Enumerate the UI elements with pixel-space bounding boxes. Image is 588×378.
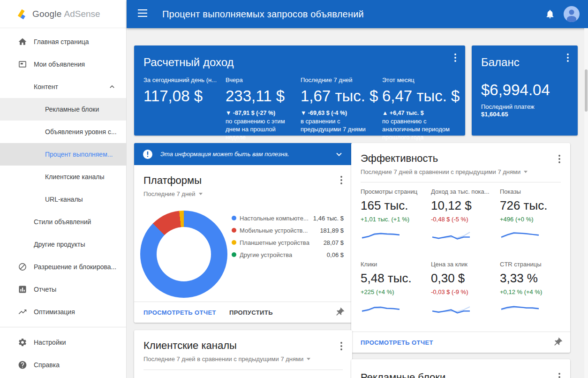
platforms-card-footer: ПРОСМОТРЕТЬ ОТЧЕТ ПРОПУСТИТЬ [134, 302, 352, 323]
metric-sparkline [431, 302, 500, 316]
custom-channels-period-dropdown[interactable]: Последние 7 дней в сравнении с предыдущи… [134, 355, 310, 363]
legend-dot [232, 240, 236, 245]
metric-delta: -0,48 $ (-5 %) [431, 216, 500, 223]
settings-gear-icon [18, 337, 28, 348]
sidebar-item-home-page[interactable]: Главная страница [0, 30, 126, 53]
last-payment-label: Последний платеж [472, 103, 578, 111]
metric-delta: +1,01 тыс. (+1 %) [361, 216, 431, 223]
legend-item: Другие устройства 0,06 $ [232, 249, 346, 261]
pin-icon[interactable] [334, 307, 345, 318]
sidebar: Google AdSense Главная страница Мои объя… [0, 0, 127, 378]
platforms-legend: Настольные компьюте... 1,46 тыс. $ Мобил… [232, 212, 346, 261]
income-col-yesterday: Вчера 233,11 $ ▼ -87,91 $ (-27 %) по сра… [226, 76, 301, 141]
scrollbar-thumb[interactable] [585, 69, 588, 112]
account-avatar[interactable] [564, 6, 580, 22]
platforms-period-dropdown[interactable]: Последние 7 дней [134, 190, 203, 197]
ad-units-menu-icon[interactable] [555, 371, 564, 378]
legend-item: Планшетные устройства 28,07 $ [232, 236, 346, 249]
info-banner-text: Эта информация может быть вам полезна. [160, 151, 289, 158]
income-card-title: Расчетный доход [134, 45, 465, 69]
estimated-income-card: Расчетный доход За сегодняшний день (н..… [134, 45, 465, 136]
ad-units-card: Рекламные блоки [351, 359, 570, 378]
platforms-donut-chart [140, 211, 227, 298]
view-report-button[interactable]: ПРОСМОТРЕТЬ ОТЧЕТ [361, 339, 433, 346]
divider [143, 370, 343, 370]
sidebar-nav: Главная страница Мои объявления Контент … [0, 28, 126, 376]
chevron-down-icon[interactable] [334, 150, 344, 159]
sidebar-item-url-channels[interactable]: URL-каналы [0, 188, 126, 211]
metric-delta: +0,12 % (+4 %) [500, 288, 565, 295]
sidebar-item-help[interactable]: Справка [0, 354, 126, 376]
donut-hole [157, 227, 211, 281]
performance-metrics: Просмотры страниц 165 тыс. +1,01 тыс. (+… [361, 188, 565, 316]
sidebar-item-settings[interactable]: Настройки [0, 331, 126, 354]
main-content: Расчетный доход За сегодняшний день (н..… [127, 28, 588, 378]
metric-sparkline [500, 302, 565, 316]
sidebar-item-ad-styles[interactable]: Стили объявлений [0, 211, 126, 233]
delta-down: ▼ -87,91 $ (-27 %) [226, 110, 295, 116]
adsense-logo-icon [15, 8, 28, 20]
sidebar-item-custom-channels[interactable]: Клиентские каналы [0, 166, 126, 188]
metric-cpc: Цена за клик 0,30 $ -0,03 $ (-9 %) [431, 261, 500, 316]
legend-dot [232, 216, 236, 220]
legend-dot [232, 252, 236, 257]
brand-google: Google [32, 9, 61, 19]
metric-rpm: Доход за тыс. пока... 10,12 $ -0,48 $ (-… [431, 188, 500, 243]
metric-delta: +496 (+0 %) [500, 216, 565, 223]
menu-icon[interactable] [138, 9, 148, 19]
last-payment-value: $1,604.65 [472, 111, 578, 118]
chevron-up-icon [107, 82, 117, 93]
platforms-card: Платформы Последние 7 дней Настольные ко… [134, 165, 352, 323]
platforms-card-menu-icon[interactable] [337, 174, 346, 186]
balance-card: Баланс $6,994.04 Последний платеж $1,604… [472, 45, 578, 136]
performance-card-menu-icon[interactable] [555, 153, 564, 165]
skip-button[interactable]: ПРОПУСТИТЬ [229, 309, 273, 316]
platforms-title: Платформы [134, 165, 352, 187]
help-icon [18, 360, 28, 370]
sidebar-item-content[interactable]: Контент [0, 76, 126, 98]
ad-units-title: Рекламные блоки [351, 359, 570, 378]
sidebar-item-other-products[interactable]: Другие продукты [0, 233, 126, 256]
reports-icon [18, 284, 28, 295]
sidebar-item-page-level-ads[interactable]: Объявления уровня с... [0, 121, 126, 143]
adsense-logo[interactable]: Google AdSense [0, 0, 126, 28]
metric-sparkline [361, 229, 431, 243]
brand-adsense: AdSense [64, 9, 100, 19]
home-icon [18, 37, 28, 47]
sidebar-item-allow-block[interactable]: Разрешение и блокирова... [0, 256, 126, 278]
delta-down: ▼ -69,63 $ (-4 %) [301, 110, 377, 116]
metric-sparkline [500, 229, 565, 243]
performance-card: Эффективность Последние 7 дней в сравнен… [351, 143, 570, 353]
blocked-icon [18, 262, 28, 272]
legend-item: Мобильные устройств... 181,89 $ [232, 224, 346, 236]
custom-channels-menu-icon[interactable] [337, 340, 346, 352]
sidebar-item-ad-fill-rate[interactable]: Процент выполняем... [0, 143, 126, 166]
app-bar: Процент выполняемых запросов объявлений [127, 0, 588, 28]
metric-sparkline [431, 229, 500, 243]
performance-title: Эффективность [351, 143, 570, 165]
info-banner: Эта информация может быть вам полезна. [134, 143, 352, 165]
income-col-today: За сегодняшний день (н... 117,08 $ [143, 76, 226, 141]
sidebar-item-reports[interactable]: Отчеты [0, 278, 126, 301]
alert-badge-icon [143, 149, 153, 159]
custom-channels-title: Клиентские каналы [134, 330, 352, 352]
balance-card-menu-icon[interactable] [564, 52, 572, 63]
notifications-bell-icon[interactable] [545, 9, 555, 19]
metric-page-ctr: CTR страницы 3,33 % +0,12 % (+4 %) [500, 261, 565, 316]
legend-item: Настольные компьюте... 1,46 тыс. $ [232, 212, 346, 224]
performance-period-dropdown[interactable]: Последние 7 дней в сравнении с предыдущи… [351, 168, 528, 175]
sidebar-item-my-ads[interactable]: Мои объявления [0, 53, 126, 76]
delta-up: ▲ +6,47 тыс. $ [382, 110, 454, 116]
view-report-button[interactable]: ПРОСМОТРЕТЬ ОТЧЕТ [143, 309, 216, 316]
sidebar-item-ad-units[interactable]: Рекламные блоки [0, 98, 126, 121]
metric-impressions: Показы 726 тыс. +496 (+0 %) [500, 188, 565, 243]
balance-title: Баланс [472, 45, 578, 69]
income-card-menu-icon[interactable] [451, 52, 460, 63]
custom-channels-card: Клиентские каналы Последние 7 дней в сра… [134, 330, 352, 378]
pin-icon[interactable] [552, 337, 563, 348]
income-col-last-7-days: Последние 7 дней 1,67 тыс. $ ▼ -69,63 $ … [301, 76, 382, 141]
metric-page-views: Просмотры страниц 165 тыс. +1,01 тыс. (+… [361, 188, 431, 243]
balance-value: $6,994.04 [472, 81, 578, 99]
sidebar-item-optimization[interactable]: Оптимизация [0, 301, 126, 323]
performance-card-footer: ПРОСМОТРЕТЬ ОТЧЕТ [351, 332, 570, 353]
